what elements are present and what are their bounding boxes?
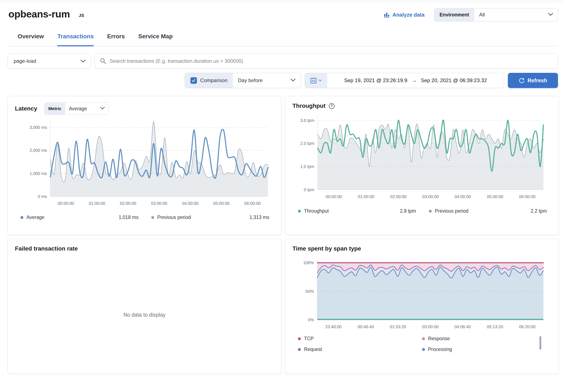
time-spent-by-span-type-panel: Time spent by span type 100%50%0%23:40:0… xyxy=(285,239,559,374)
svg-text:0%: 0% xyxy=(308,317,314,322)
analyze-data-link[interactable]: Analyze data xyxy=(384,12,424,18)
legend-item-request[interactable]: Request xyxy=(298,347,422,352)
span-type-legend: TCP Response Request Processing xyxy=(293,336,551,352)
svg-text:05:00:00: 05:00:00 xyxy=(487,194,503,199)
svg-text:03:00:00: 03:00:00 xyxy=(151,201,167,206)
svg-text:2.0 tpm: 2.0 tpm xyxy=(300,141,314,146)
svg-text:01:00:00: 01:00:00 xyxy=(358,194,374,199)
legend-label: Response xyxy=(428,336,450,341)
legend-value: 2.8 tpm xyxy=(400,208,416,214)
legend-label: TCP xyxy=(304,336,314,341)
page-title: opbeans-rum xyxy=(8,8,70,20)
date-range-picker[interactable]: Sep 19, 2021 @ 23:26:19.9 → Sep 20, 2021… xyxy=(305,73,504,88)
legend-dot xyxy=(298,348,301,351)
comparison-period-select[interactable]: Day before xyxy=(233,73,301,88)
legend-item-previous-period[interactable]: Previous period 1,313 ms xyxy=(151,215,269,220)
legend-item-average[interactable]: Average 1,018 ms xyxy=(20,215,139,220)
failed-transaction-rate-title: Failed transaction rate xyxy=(15,245,274,252)
latency-title: Latency xyxy=(15,105,37,112)
comparison-checkbox[interactable] xyxy=(190,77,197,84)
analyze-data-label: Analyze data xyxy=(392,12,424,18)
legend-item-tcp[interactable]: TCP xyxy=(298,336,422,341)
throughput-title: Throughput xyxy=(293,103,325,109)
svg-text:2,000 ms: 2,000 ms xyxy=(30,148,47,153)
metric-label: Metric xyxy=(45,103,65,115)
calendar-icon xyxy=(310,77,317,84)
tab-transactions[interactable]: Transactions xyxy=(57,33,94,46)
svg-text:04:06:40: 04:06:40 xyxy=(454,325,471,329)
dashboard-grid: Latency Metric Average 3,000 ms2,000 ms1… xyxy=(0,96,563,374)
svg-text:02:00:00: 02:00:00 xyxy=(390,194,407,199)
svg-text:05:00:00: 05:00:00 xyxy=(213,201,230,206)
refresh-label: Refresh xyxy=(527,78,547,84)
legend-item-processing[interactable]: Processing xyxy=(422,347,546,352)
legend-label: Average xyxy=(26,215,44,220)
chevron-down-icon xyxy=(319,79,322,81)
transaction-type-value: page-load xyxy=(14,58,36,64)
chevron-down-icon xyxy=(81,58,86,64)
environment-label: Environment xyxy=(435,8,474,21)
throughput-chart[interactable]: 3.0 tpm2.0 tpm1.0 tpm0 tpm00:00:0001:00:… xyxy=(293,112,551,202)
chevron-down-icon xyxy=(548,13,553,17)
search-transactions-input[interactable] xyxy=(110,58,553,64)
svg-text:02:00:00: 02:00:00 xyxy=(120,201,136,206)
search-box xyxy=(95,53,558,69)
refresh-button[interactable]: Refresh xyxy=(508,73,558,88)
svg-text:05:13:20: 05:13:20 xyxy=(487,325,503,329)
tab-errors[interactable]: Errors xyxy=(107,33,125,46)
svg-text:3,000 ms: 3,000 ms xyxy=(30,125,47,130)
help-icon[interactable]: ? xyxy=(329,103,334,109)
refresh-icon xyxy=(519,78,525,83)
legend-scrollbar-thumb[interactable] xyxy=(539,336,541,350)
legend-value: 1,018 ms xyxy=(119,215,139,220)
legend-item-response[interactable]: Response xyxy=(422,336,546,341)
latency-legend: Average 1,018 ms Previous period 1,313 m… xyxy=(15,215,274,220)
apm-service-page: opbeans-rum JS Analyze data Environment … xyxy=(0,0,563,392)
date-range-start[interactable]: Sep 19, 2021 @ 23:26:19.9 xyxy=(344,78,407,83)
legend-label: Previous period xyxy=(157,215,191,220)
legend-dot xyxy=(151,216,154,219)
time-spent-by-span-type-chart[interactable]: 100%50%0%23:40:0000:46:4001:53:2003:00:0… xyxy=(293,258,551,329)
svg-text:00:46:40: 00:46:40 xyxy=(358,325,374,329)
comparison-control: Comparison Day before xyxy=(185,73,301,88)
legend-dot xyxy=(20,216,23,219)
svg-text:06:20:00: 06:20:00 xyxy=(519,325,536,329)
no-data-message: No data to display xyxy=(8,312,281,318)
svg-text:04:00:00: 04:00:00 xyxy=(182,201,198,206)
svg-text:1.0 tpm: 1.0 tpm xyxy=(300,164,314,169)
time-spent-by-span-type-title: Time spent by span type xyxy=(293,245,551,252)
svg-text:0 tpm: 0 tpm xyxy=(304,187,314,192)
environment-value: All xyxy=(474,12,490,18)
svg-text:3.0 tpm: 3.0 tpm xyxy=(300,118,314,123)
legend-label: Processing xyxy=(428,347,452,352)
svg-text:00:00:00: 00:00:00 xyxy=(58,201,74,206)
svg-text:06:00:00: 06:00:00 xyxy=(244,201,261,206)
latency-metric-select[interactable]: Metric Average xyxy=(44,103,108,115)
tab-overview[interactable]: Overview xyxy=(18,33,44,46)
tab-service-map[interactable]: Service Map xyxy=(138,33,173,46)
legend-dot xyxy=(298,210,301,213)
date-range-end[interactable]: Sep 20, 2021 @ 06:39:23.32 xyxy=(421,78,487,83)
comparison-label: Comparison xyxy=(200,78,227,83)
legend-label: Throughput xyxy=(304,208,329,214)
legend-item-throughput[interactable]: Throughput 2.8 tpm xyxy=(298,208,416,214)
filter-bar: page-load Comparison xyxy=(0,53,563,88)
transaction-type-select[interactable]: page-load xyxy=(8,53,91,69)
comparison-period-value: Day before xyxy=(238,78,263,83)
chevron-down-icon xyxy=(100,107,105,111)
legend-label: Previous period xyxy=(435,208,469,214)
legend-dot xyxy=(429,210,432,213)
environment-select[interactable]: Environment All xyxy=(434,8,558,21)
svg-text:23:40:00: 23:40:00 xyxy=(325,325,342,329)
chevron-down-icon xyxy=(291,78,295,82)
svg-text:03:00:00: 03:00:00 xyxy=(422,194,439,199)
legend-item-previous-period[interactable]: Previous period 2.2 tpm xyxy=(429,208,547,214)
tab-bar: Overview Transactions Errors Service Map xyxy=(8,33,558,46)
failed-transaction-rate-panel: Failed transaction rate No data to displ… xyxy=(8,239,281,374)
latency-panel: Latency Metric Average 3,000 ms2,000 ms1… xyxy=(8,96,281,235)
latency-chart[interactable]: 3,000 ms2,000 ms1,000 ms0 ms00:00:0001:0… xyxy=(15,118,274,209)
arrow-right-icon: → xyxy=(411,78,417,83)
bar-chart-icon xyxy=(384,12,390,18)
svg-text:50%: 50% xyxy=(306,289,314,294)
legend-value: 2.2 tpm xyxy=(531,208,547,214)
